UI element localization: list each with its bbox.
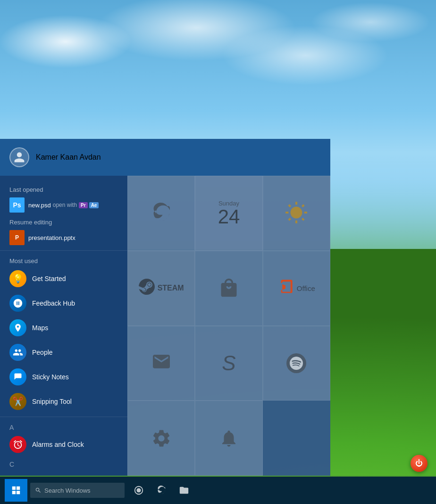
- alarms-label: Alarms and Clock: [32, 441, 84, 448]
- maps-icon: [9, 319, 26, 336]
- aftereffects-badge: Ae: [89, 202, 99, 208]
- app-item-maps[interactable]: Maps: [0, 316, 127, 340]
- avatar: [9, 147, 29, 167]
- get-started-icon: 💡: [9, 270, 26, 287]
- open-with-icons: Pr Ae: [79, 202, 99, 208]
- snipping-tool-icon: ✂️: [9, 393, 26, 410]
- office-icon: [278, 279, 293, 298]
- last-opened-file[interactable]: Ps new.psd open with Pr Ae: [0, 195, 127, 215]
- taskbar-cortana[interactable]: [128, 479, 149, 502]
- tile-store[interactable]: [195, 251, 262, 326]
- mail-icon: [151, 355, 172, 372]
- tile-office[interactable]: Office: [263, 251, 330, 326]
- get-started-label: Get Started: [32, 275, 66, 282]
- search-placeholder: Search Windows: [44, 487, 91, 494]
- taskbar-file-explorer[interactable]: [174, 479, 194, 502]
- open-with-label: open with: [53, 202, 77, 208]
- feedback-hub-label: Feedback Hub: [32, 299, 75, 307]
- svg-point-1: [136, 488, 141, 492]
- tiles-grid: Sunday 24 STE: [127, 176, 330, 476]
- start-content: Last opened Ps new.psd open with Pr Ae R…: [0, 176, 330, 476]
- divider-1: [0, 250, 127, 251]
- app-item-snipping-tool[interactable]: ✂️ Snipping Tool: [0, 389, 127, 414]
- power-circle[interactable]: ⏻: [411, 455, 428, 472]
- snipping-tool-label: Snipping Tool: [32, 398, 72, 405]
- ps-icon: Ps: [9, 197, 25, 213]
- taskbar-edge[interactable]: [151, 479, 172, 502]
- app-item-get-started[interactable]: 💡 Get Started: [0, 266, 127, 291]
- pptx-icon: P: [9, 230, 25, 245]
- start-menu: Kamer Kaan Avdan Last opened Ps new.psd …: [0, 139, 330, 476]
- user-profile[interactable]: Kamer Kaan Avdan: [0, 139, 330, 176]
- people-icon: [9, 344, 26, 361]
- steam-icon: [139, 279, 155, 298]
- most-used-label: Most used: [0, 254, 127, 266]
- tile-calendar[interactable]: Sunday 24: [195, 176, 262, 251]
- tile-spotify[interactable]: [263, 326, 330, 401]
- tile-skype[interactable]: S: [195, 326, 262, 401]
- steam-logo: STEAM: [139, 279, 184, 298]
- app-item-alarms[interactable]: Alarms and Clock: [0, 432, 127, 457]
- user-name: Kamer Kaan Avdan: [36, 153, 101, 162]
- alpha-a: A: [0, 420, 127, 432]
- premiere-badge: Pr: [79, 202, 88, 208]
- tile-mail[interactable]: [127, 326, 195, 401]
- sticky-notes-icon: [9, 368, 26, 385]
- tile-notifications[interactable]: [195, 401, 262, 476]
- alpha-c: C: [0, 457, 127, 469]
- tile-steam[interactable]: STEAM: [127, 251, 195, 326]
- app-item-people[interactable]: People: [0, 340, 127, 365]
- app-item-sticky-notes[interactable]: Sticky Notes: [0, 365, 127, 389]
- tile-settings[interactable]: [127, 401, 195, 476]
- spotify-icon: [286, 353, 306, 373]
- sticky-notes-label: Sticky Notes: [32, 373, 69, 381]
- start-button[interactable]: [5, 479, 27, 502]
- last-opened-label: Last opened: [0, 182, 127, 195]
- search-bar[interactable]: Search Windows: [30, 483, 125, 498]
- weather-icon: [285, 201, 308, 225]
- store-icon: [218, 278, 239, 299]
- people-label: People: [32, 349, 53, 356]
- taskbar: Search Windows: [0, 477, 436, 504]
- settings-gear-icon: [151, 428, 172, 449]
- resume-editing-filename: presentation.pptx: [28, 234, 75, 241]
- last-opened-filename: new.psd: [28, 202, 51, 209]
- tile-weather[interactable]: [263, 176, 330, 251]
- divider-2: [0, 417, 127, 417]
- edge-icon: [151, 203, 172, 223]
- resume-editing-file[interactable]: P presentation.pptx: [0, 228, 127, 248]
- power-button[interactable]: ⏻: [411, 455, 428, 472]
- alarms-icon: [9, 436, 26, 453]
- calendar-date: 24: [218, 207, 240, 227]
- resume-editing-label: Resume editing: [0, 215, 127, 228]
- tile-edge[interactable]: [127, 176, 195, 251]
- power-symbol: ⏻: [415, 460, 423, 467]
- left-panel: Last opened Ps new.psd open with Pr Ae R…: [0, 176, 127, 476]
- steam-label: STEAM: [158, 284, 184, 292]
- office-logo: Office: [278, 279, 315, 298]
- bell-icon: [219, 428, 239, 449]
- skype-icon: S: [222, 351, 235, 375]
- feedback-hub-icon: [9, 295, 26, 312]
- maps-label: Maps: [32, 324, 48, 332]
- office-label: Office: [297, 284, 315, 292]
- app-item-feedback-hub[interactable]: Feedback Hub: [0, 291, 127, 316]
